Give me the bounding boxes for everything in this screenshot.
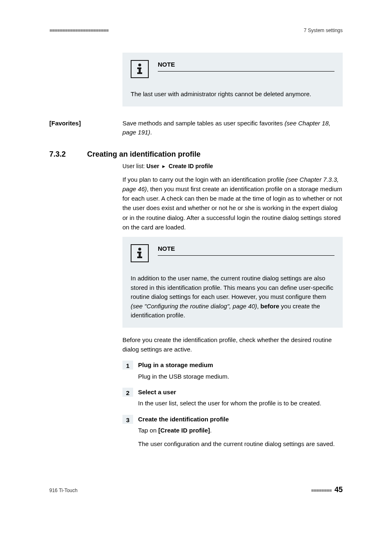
intro-paragraph: If you plan to carry out the login with …: [122, 175, 343, 232]
info-icon: [131, 244, 149, 262]
section-header: 7.3.2 Creating an identification profile: [49, 149, 343, 160]
step-body-2: The user configuration and the current r…: [138, 439, 343, 449]
note2-reference: (see "Configuring the routine dialog", p…: [131, 303, 257, 310]
page-header: ■■■■■■■■■■■■■■■■■■■■■■■ 7 System setting…: [49, 27, 343, 34]
svg-rect-3: [137, 72, 142, 74]
note2-bold: before: [261, 303, 279, 310]
breadcrumb-user: User: [146, 163, 159, 169]
header-dashes: ■■■■■■■■■■■■■■■■■■■■■■■: [49, 27, 108, 34]
info-icon: [131, 60, 149, 78]
favorites-label: [Favorites]: [49, 119, 122, 128]
svg-point-4: [138, 248, 141, 251]
step-2: 2 Select a user In the user list, select…: [122, 388, 343, 408]
step3-bold: [Create ID profile]: [158, 427, 210, 434]
svg-point-0: [138, 64, 141, 67]
svg-rect-7: [137, 257, 142, 258]
favorites-description: Save methods and sample tables as user s…: [122, 119, 343, 137]
note-body: In addition to the user name, the curren…: [131, 274, 334, 320]
breadcrumb-prefix: User list:: [122, 163, 146, 169]
note-body: The last user with administrator rights …: [131, 90, 334, 99]
breadcrumb: User list: User ▸ Create ID profile: [122, 162, 343, 171]
step-number: 1: [122, 361, 133, 370]
chevron-right-icon: ▸: [162, 163, 165, 169]
note-title: NOTE: [158, 244, 334, 256]
step-title: Create the identification profile: [138, 415, 343, 424]
footer-product: 916 Ti-Touch: [49, 487, 78, 494]
page-footer: 916 Ti-Touch ■■■■■■■■ 45: [49, 484, 343, 495]
note-box-1: NOTE The last user with administrator ri…: [122, 53, 343, 106]
page-number: 45: [334, 486, 343, 494]
step3-prefix: Tap on: [138, 427, 158, 434]
breadcrumb-create-id: Create ID profile: [168, 163, 213, 169]
header-chapter: 7 System settings: [304, 27, 343, 34]
note-box-2: NOTE In addition to the user name, the c…: [122, 237, 343, 328]
svg-rect-6: [139, 252, 141, 257]
step3-suffix: .: [210, 427, 212, 434]
para1-text2: , then you must first create an identifi…: [122, 185, 342, 231]
section-number: 7.3.2: [49, 149, 87, 160]
note-title: NOTE: [158, 60, 334, 72]
step-body: Tap on [Create ID profile].: [138, 426, 343, 435]
favorites-text: Save methods and sample tables as user s…: [122, 120, 284, 127]
step-body: In the user list, select the user for wh…: [138, 398, 343, 408]
note2-text2: ,: [257, 303, 261, 310]
step-number: 2: [122, 388, 133, 397]
step-number: 3: [122, 415, 133, 424]
check-paragraph: Before you create the identification pro…: [122, 335, 343, 354]
step-title: Select a user: [138, 388, 343, 397]
step-3: 3 Create the identification profile Tap …: [122, 415, 343, 449]
step-1: 1 Plug in a storage medium Plug in the U…: [122, 361, 343, 381]
section-title: Creating an identification profile: [87, 149, 201, 160]
favorites-suffix: .: [150, 129, 152, 136]
step-title: Plug in a storage medium: [138, 361, 343, 370]
step-body: Plug in the USB storage medium.: [138, 372, 343, 381]
footer-dashes: ■■■■■■■■: [311, 488, 332, 493]
svg-rect-2: [139, 67, 141, 73]
para1-text1: If you plan to carry out the login with …: [122, 176, 286, 183]
note2-text1: In addition to the user name, the curren…: [131, 275, 333, 300]
